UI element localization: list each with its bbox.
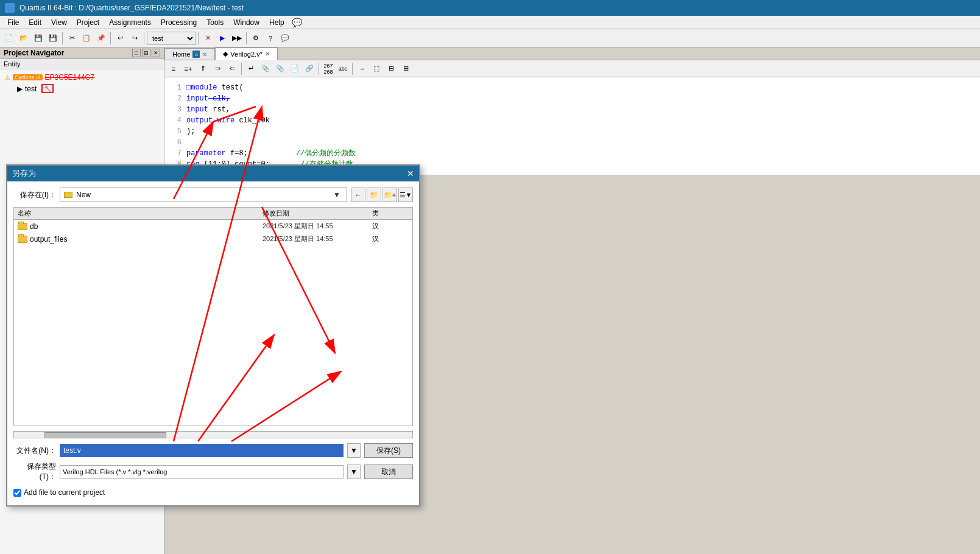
sep-2nd-2: [319, 63, 319, 75]
dialog-title-text: 另存为: [12, 168, 36, 179]
project-dropdown[interactable]: test: [147, 32, 196, 45]
tab-verilog-icon: ◆: [223, 50, 228, 58]
nav-btn-4[interactable]: ⊞: [399, 62, 412, 75]
folder-icon-db: [18, 223, 27, 230]
menu-assignments[interactable]: Assignments: [104, 17, 156, 28]
format-btn-3[interactable]: ⇑: [196, 62, 210, 75]
scrollbar-thumb[interactable]: [44, 432, 166, 438]
help-button[interactable]: ?: [264, 32, 277, 45]
menu-edit[interactable]: Edit: [24, 17, 46, 28]
copy-button[interactable]: 📋: [80, 32, 93, 45]
chip-badge: Cyclone III: [13, 74, 43, 80]
filename-input-container[interactable]: test.v: [60, 444, 344, 457]
num-btn[interactable]: 267268: [322, 62, 335, 75]
menu-window[interactable]: Window: [228, 17, 264, 28]
save-in-row: 保存在(I)： New ▼ ← 📁 📁+ ☰▼: [13, 188, 413, 202]
abc-btn[interactable]: abc: [336, 62, 350, 75]
tree-item-test[interactable]: ▶ test 🔧: [15, 83, 161, 94]
insert-btn-3[interactable]: 📎: [273, 62, 287, 75]
nav-btn-3[interactable]: ⊟: [384, 62, 398, 75]
panel-float-button[interactable]: □: [132, 49, 141, 57]
separator-1: [62, 32, 63, 44]
menu-tools[interactable]: Tools: [202, 17, 228, 28]
test-indicator: 🔧: [41, 84, 54, 93]
menu-file[interactable]: File: [2, 17, 24, 28]
cut-button[interactable]: ✂: [65, 32, 79, 45]
filetype-label: 保存类型(T)：: [13, 461, 56, 482]
menu-project[interactable]: Project: [72, 17, 104, 28]
save-button[interactable]: 保存(S): [364, 443, 413, 458]
insert-btn-2[interactable]: 📎: [259, 62, 272, 75]
dialog-title-bar: 另存为 ✕: [7, 166, 419, 181]
menu-view[interactable]: View: [46, 17, 72, 28]
redo-button[interactable]: ↪: [128, 32, 141, 45]
format-btn-2[interactable]: ≡+: [182, 62, 195, 75]
panel-header: Project Navigator □ ⊟ ✕: [0, 47, 164, 59]
format-btn-5[interactable]: ⇐: [225, 62, 239, 75]
file-type-db: 汉: [372, 222, 409, 231]
format-btn-1[interactable]: ≡: [167, 62, 180, 75]
dialog-nav-buttons: ← 📁 📁+ ☰▼: [351, 188, 413, 202]
open-button[interactable]: 📂: [17, 32, 30, 45]
nav-up-button[interactable]: 📁: [367, 188, 381, 202]
code-line-2: 2 input clk,: [169, 93, 975, 104]
run-button[interactable]: ▶▶: [230, 32, 244, 45]
dialog-close-button[interactable]: ✕: [407, 169, 414, 178]
kw-output-4: output: [186, 116, 213, 125]
help-icon: 💬: [292, 18, 302, 27]
menu-processing[interactable]: Processing: [156, 17, 202, 28]
filename-dropdown-arrow[interactable]: ▼: [347, 443, 361, 458]
file-date-db: 2021/5/23 星期日 14:55: [263, 222, 372, 231]
file-item-output[interactable]: output_files 2021/5/23 星期日 14:55 汉: [14, 233, 412, 245]
file-type-output: 汉: [372, 234, 409, 244]
insert-btn-4[interactable]: 📄: [288, 62, 301, 75]
save-in-dropdown[interactable]: New ▼: [60, 188, 347, 202]
editor-area[interactable]: 1 □module test( 2 input clk, 3 i: [164, 77, 980, 175]
stop-button[interactable]: ✕: [201, 32, 214, 45]
insert-btn-1[interactable]: ↵: [244, 62, 258, 75]
chip-label: EP3C5E144C7: [45, 73, 94, 82]
nav-new-folder-button[interactable]: 📁+: [382, 188, 397, 202]
code-test: test(: [222, 83, 244, 92]
code-line-5: 5 );: [169, 126, 975, 137]
line-num-7: 7: [169, 148, 182, 159]
tree-item-chip[interactable]: ⚠ Cyclone III EP3C5E144C7: [2, 72, 161, 83]
tab-bar: Home ⌂ ✕ ◆ Verilog2.v* ✕: [164, 47, 980, 60]
verilog-tab-close[interactable]: ✕: [265, 51, 270, 57]
nav-btn-1[interactable]: →: [355, 62, 368, 75]
nav-view-button[interactable]: ☰▼: [398, 188, 413, 202]
file-list-header: 名称 修改日期 类: [14, 208, 412, 220]
filetype-dropdown-arrow[interactable]: ▼: [347, 465, 361, 479]
compile-button[interactable]: ▶: [216, 32, 229, 45]
menu-help[interactable]: Help: [264, 17, 289, 28]
cancel-button[interactable]: 取消: [364, 465, 413, 479]
test-label: test: [25, 85, 37, 93]
paste-button[interactable]: 📌: [94, 32, 108, 45]
tree-sub: ▶ test 🔧: [2, 83, 161, 94]
tab-verilog[interactable]: ◆ Verilog2.v* ✕: [215, 47, 278, 60]
filetype-value[interactable]: Verilog HDL Files (*.v *.vlg *.verilog: [60, 465, 344, 479]
nav-btn-2[interactable]: ⬚: [370, 62, 383, 75]
more-button[interactable]: 💬: [278, 32, 292, 45]
tab-home[interactable]: Home ⌂ ✕: [164, 48, 215, 60]
add-to-project-checkbox[interactable]: [13, 489, 21, 497]
settings-button[interactable]: ⚙: [249, 32, 263, 45]
horizontal-scrollbar[interactable]: [13, 431, 413, 438]
insert-btn-5[interactable]: 🔗: [303, 62, 316, 75]
undo-button[interactable]: ↩: [113, 32, 127, 45]
line-content-1: □module test(: [186, 82, 975, 93]
file-list-area[interactable]: 名称 修改日期 类 db 2021/5/23 星期日 14:55 汉 outpu…: [13, 207, 413, 426]
kw-wire-4: wire: [217, 116, 234, 125]
new-button[interactable]: 📄: [2, 32, 16, 45]
kw-module: □module: [186, 83, 217, 92]
save-all-button[interactable]: 💾: [46, 32, 60, 45]
save-button[interactable]: 💾: [32, 32, 45, 45]
nav-back-button[interactable]: ←: [351, 188, 365, 202]
panel-attach-button[interactable]: ⊟: [142, 49, 150, 57]
col-type: 类: [372, 209, 409, 218]
panel-close-button[interactable]: ✕: [152, 49, 160, 57]
format-btn-4[interactable]: ⇒: [211, 62, 224, 75]
file-item-db[interactable]: db 2021/5/23 星期日 14:55 汉: [14, 220, 412, 233]
home-tab-close[interactable]: ✕: [202, 51, 207, 58]
line-content-6: [186, 137, 975, 148]
